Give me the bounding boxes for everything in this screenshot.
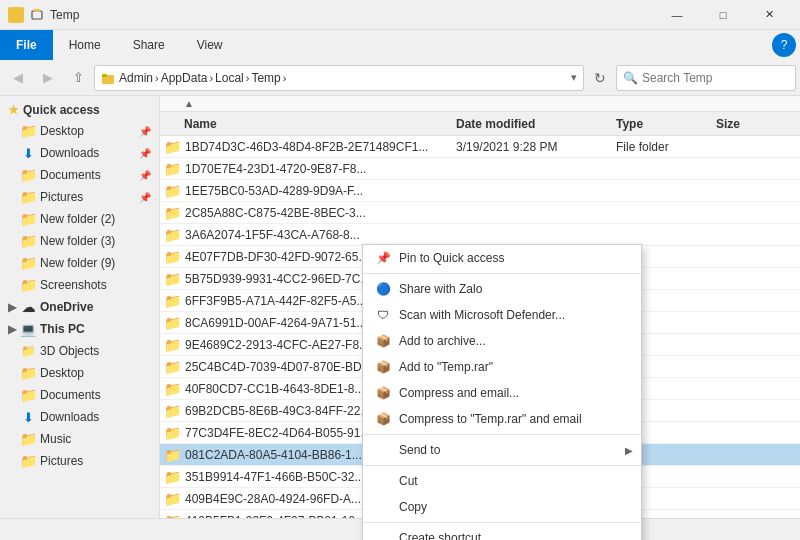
table-row[interactable]: 📁 2C85A88C-C875-42BE-8BEC-3... <box>160 202 800 224</box>
sidebar-item-label: Pictures <box>40 454 83 468</box>
sidebar-item-pc-documents[interactable]: 📁 Documents <box>0 384 159 406</box>
sidebar-section-onedrive[interactable]: ▶ ☁ OneDrive <box>0 296 159 318</box>
tab-view[interactable]: View <box>181 30 239 60</box>
col-header-name[interactable]: Name <box>164 117 456 131</box>
table-row[interactable]: 📁 1EE75BC0-53AD-4289-9D9A-F... <box>160 180 800 202</box>
svg-rect-7 <box>102 74 107 77</box>
menu-item-label: Share with Zalo <box>399 282 629 296</box>
sidebar-item-label: Music <box>40 432 71 446</box>
table-row[interactable]: 📁 3A6A2074-1F5F-43CA-A768-8... <box>160 224 800 246</box>
folder-icon: 📁 <box>20 211 36 227</box>
up-button[interactable]: ⇧ <box>64 64 92 92</box>
minimize-button[interactable]: — <box>654 0 700 30</box>
back-button[interactable]: ◀ <box>4 64 32 92</box>
file-name-text: 9E4689C2-2913-4CFC-AE27-F8... <box>185 338 369 352</box>
sidebar-section-quick-access[interactable]: ★ Quick access <box>0 100 159 120</box>
sidebar-item-label: Screenshots <box>40 278 107 292</box>
crumb-admin[interactable]: Admin <box>119 71 153 85</box>
folder-icon: 📁 <box>164 139 181 155</box>
sidebar-item-new-folder-2[interactable]: 📁 New folder (2) <box>0 208 159 230</box>
download-icon: ⬇ <box>20 409 36 425</box>
address-dropdown[interactable]: ▾ <box>571 71 577 84</box>
crumb-temp[interactable]: Temp <box>251 71 280 85</box>
crumb-local[interactable]: Local <box>215 71 244 85</box>
close-button[interactable]: ✕ <box>746 0 792 30</box>
context-menu-item-add-temp-rar[interactable]: 📦Add to "Temp.rar" <box>363 354 641 380</box>
folder-icon: 📁 <box>164 183 181 199</box>
table-row[interactable]: 📁 1BD74D3C-46D3-48D4-8F2B-2E71489CF1... … <box>160 136 800 158</box>
col-header-date[interactable]: Date modified <box>456 117 616 131</box>
file-name-text: 3A6A2074-1F5F-43CA-A768-8... <box>185 228 360 242</box>
context-menu-item-compress-temp-email[interactable]: 📦Compress to "Temp.rar" and email <box>363 406 641 432</box>
sidebar-item-desktop[interactable]: 📁 Desktop 📌 <box>0 120 159 142</box>
sidebar-item-new-folder-9[interactable]: 📁 New folder (9) <box>0 252 159 274</box>
context-menu-item-cut[interactable]: Cut <box>363 468 641 494</box>
title-bar-left: Temp <box>8 7 79 23</box>
tab-home[interactable]: Home <box>53 30 117 60</box>
folder-icon: 📁 <box>20 277 36 293</box>
sidebar-item-pictures[interactable]: 📁 Pictures 📌 <box>0 186 159 208</box>
crumb-appdata[interactable]: AppData <box>161 71 208 85</box>
context-menu-item-send-to[interactable]: Send to <box>363 437 641 463</box>
chevron-right-icon: ▶ <box>8 323 16 336</box>
pin-icon: 📌 <box>139 192 151 203</box>
menu-item-label: Add to archive... <box>399 334 629 348</box>
sidebar-item-documents[interactable]: 📁 Documents 📌 <box>0 164 159 186</box>
title-bar-controls: — □ ✕ <box>654 0 792 30</box>
sidebar-item-screenshots[interactable]: 📁 Screenshots <box>0 274 159 296</box>
folder-icon: 📁 <box>20 167 36 183</box>
sidebar-item-label: 3D Objects <box>40 344 99 358</box>
folder-icon: 📁 <box>164 359 181 375</box>
svg-rect-0 <box>10 9 15 14</box>
forward-button[interactable]: ▶ <box>34 64 62 92</box>
file-name-text: 1D70E7E4-23D1-4720-9E87-F8... <box>185 162 366 176</box>
refresh-button[interactable]: ↻ <box>586 64 614 92</box>
sidebar-section-this-pc[interactable]: ▶ 💻 This PC <box>0 318 159 340</box>
menu-item-icon <box>375 499 391 515</box>
main-layout: ★ Quick access 📁 Desktop 📌 ⬇ Downloads 📌… <box>0 96 800 518</box>
tab-share[interactable]: Share <box>117 30 181 60</box>
menu-item-icon <box>375 530 391 540</box>
sidebar-item-pc-downloads[interactable]: ⬇ Downloads <box>0 406 159 428</box>
folder-icon: 📁 <box>164 403 181 419</box>
sidebar-item-music[interactable]: 📁 Music <box>0 428 159 450</box>
context-menu-item-pin-quick-access[interactable]: 📌Pin to Quick access <box>363 245 641 271</box>
context-menu-item-copy[interactable]: Copy <box>363 494 641 520</box>
sidebar-item-new-folder-3[interactable]: 📁 New folder (3) <box>0 230 159 252</box>
address-bar[interactable]: Admin › AppData › Local › Temp › ▾ <box>94 65 584 91</box>
context-menu-separator <box>363 273 641 274</box>
ribbon-tabs: Home Share View ? <box>53 30 800 60</box>
menu-item-label: Compress to "Temp.rar" and email <box>399 412 629 426</box>
file-tab[interactable]: File <box>0 30 53 60</box>
help-button[interactable]: ? <box>772 33 796 57</box>
sidebar-item-3d-objects[interactable]: 📁 3D Objects <box>0 340 159 362</box>
file-name-text: 081C2ADA-80A5-4104-BB86-1... <box>185 448 362 462</box>
menu-item-icon: 🛡 <box>375 307 391 323</box>
file-name-text: 5B75D939-9931-4CC2-96ED-7C... <box>185 272 370 286</box>
context-menu-item-create-shortcut[interactable]: Create shortcut <box>363 525 641 540</box>
context-menu-item-scan-defender[interactable]: 🛡Scan with Microsoft Defender... <box>363 302 641 328</box>
file-name-cell: 📁 3A6A2074-1F5F-43CA-A768-8... <box>164 227 456 243</box>
toolbar: ◀ ▶ ⇧ Admin › AppData › Local › Temp › ▾… <box>0 60 800 96</box>
col-header-type[interactable]: Type <box>616 117 716 131</box>
sidebar-item-label: Pictures <box>40 190 83 204</box>
context-menu-item-share-zalo[interactable]: 🔵Share with Zalo <box>363 276 641 302</box>
sidebar-item-pc-pictures[interactable]: 📁 Pictures <box>0 450 159 472</box>
context-menu-separator <box>363 434 641 435</box>
sidebar-item-downloads[interactable]: ⬇ Downloads 📌 <box>0 142 159 164</box>
file-name-text: 25C4BC4D-7039-4D07-870E-BD... <box>185 360 372 374</box>
sidebar-item-pc-desktop[interactable]: 📁 Desktop <box>0 362 159 384</box>
folder-icon: 📁 <box>20 387 36 403</box>
search-box[interactable]: 🔍 <box>616 65 796 91</box>
sidebar-item-label: Documents <box>40 388 101 402</box>
maximize-button[interactable]: □ <box>700 0 746 30</box>
svg-rect-4 <box>32 11 42 19</box>
context-menu-item-add-archive[interactable]: 📦Add to archive... <box>363 328 641 354</box>
context-menu-item-compress-email[interactable]: 📦Compress and email... <box>363 380 641 406</box>
ribbon: File Home Share View ? <box>0 30 800 60</box>
search-input[interactable] <box>642 71 789 85</box>
col-header-size[interactable]: Size <box>716 117 796 131</box>
table-row[interactable]: 📁 1D70E7E4-23D1-4720-9E87-F8... <box>160 158 800 180</box>
file-date-cell: 3/19/2021 9:28 PM <box>456 140 616 154</box>
folder-icon: 📁 <box>164 293 181 309</box>
